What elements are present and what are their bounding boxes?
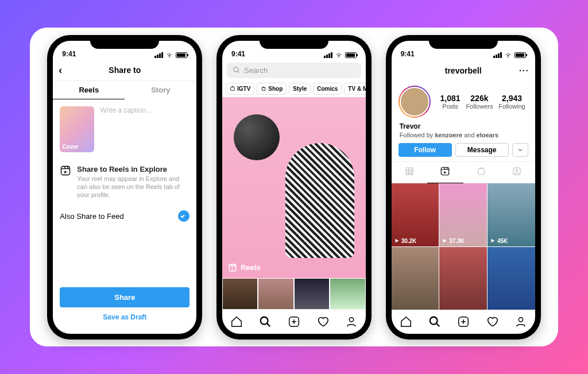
message-button[interactable]: Message bbox=[455, 143, 509, 157]
igtv-icon bbox=[230, 86, 235, 91]
grid-cell[interactable] bbox=[222, 278, 258, 310]
grid-cell[interactable] bbox=[294, 278, 330, 310]
grid-icon bbox=[404, 166, 415, 176]
status-time: 9:41 bbox=[401, 50, 415, 58]
svg-point-4 bbox=[261, 317, 268, 325]
signal-icon bbox=[154, 52, 163, 58]
svg-rect-0 bbox=[61, 166, 70, 175]
status-time: 9:41 bbox=[62, 50, 76, 58]
also-share-feed[interactable]: Also Share to Feed bbox=[53, 205, 196, 228]
profile-icon[interactable] bbox=[514, 315, 527, 328]
wifi-icon bbox=[335, 52, 343, 58]
heart-icon[interactable] bbox=[486, 315, 498, 328]
signal-icon bbox=[324, 52, 332, 58]
tab-tagged[interactable] bbox=[499, 162, 535, 183]
play-icon bbox=[490, 238, 496, 244]
grid-cell[interactable] bbox=[258, 278, 294, 310]
phone-profile: 9:41 trevorbell ··· 1,081Posts 226kFollo… bbox=[386, 35, 541, 340]
avatar[interactable] bbox=[399, 86, 431, 118]
explore-hero[interactable]: Reels bbox=[222, 97, 366, 278]
reel-cell[interactable]: 37.3K bbox=[439, 183, 487, 246]
search-icon[interactable] bbox=[259, 315, 272, 328]
share-button[interactable]: Share bbox=[60, 287, 189, 307]
search-placeholder: Search bbox=[244, 66, 268, 75]
explore-chips: IGTV Shop Style Comics TV & Movie bbox=[222, 80, 366, 97]
reels-badge: Reels bbox=[228, 263, 261, 272]
igtv-icon bbox=[476, 166, 486, 176]
followed-by: Followed by kenzoere and eloears bbox=[392, 130, 535, 143]
stat-followers[interactable]: 226kFollowers bbox=[466, 94, 493, 110]
phone-share: 9:41 ‹ Share to Reels Story Cover Write … bbox=[47, 35, 202, 340]
svg-rect-3 bbox=[229, 264, 236, 271]
svg-point-1 bbox=[234, 67, 238, 72]
phone-notch bbox=[429, 35, 498, 49]
tab-grid[interactable] bbox=[392, 162, 428, 183]
profile-name: Trevor bbox=[392, 122, 535, 130]
wifi-icon bbox=[165, 52, 173, 58]
heart-icon[interactable] bbox=[316, 315, 329, 328]
suggestions-button[interactable] bbox=[512, 143, 528, 157]
svg-point-13 bbox=[519, 318, 523, 322]
phone-notch bbox=[90, 35, 159, 49]
reel-cell[interactable]: 45K bbox=[488, 183, 535, 246]
reels-grid: 30.2K 37.3K 45K bbox=[392, 183, 535, 310]
hero-ball bbox=[234, 114, 280, 160]
stat-following[interactable]: 2,943Following bbox=[498, 94, 525, 110]
home-icon[interactable] bbox=[400, 315, 412, 328]
reel-cell[interactable] bbox=[488, 247, 535, 310]
profile-icon[interactable] bbox=[345, 315, 358, 328]
tab-reels[interactable] bbox=[427, 162, 463, 183]
share-explore-desc: Your reel may appear in Explore and can … bbox=[77, 175, 189, 199]
svg-rect-8 bbox=[478, 168, 485, 175]
phone-notch bbox=[260, 35, 328, 49]
reels-icon bbox=[440, 166, 450, 176]
hero-person bbox=[285, 143, 354, 258]
share-explore-title: Share to Reels in Explore bbox=[77, 165, 189, 173]
header-title: Share to bbox=[109, 65, 141, 75]
reel-cell[interactable] bbox=[392, 247, 439, 310]
phone-explore: 9:41 Search IGTV Shop Style Comics TV & … bbox=[216, 35, 372, 340]
tab-reels[interactable]: Reels bbox=[53, 81, 125, 99]
profile-username: trevorbell bbox=[445, 66, 482, 75]
bottom-nav bbox=[222, 310, 366, 334]
check-icon bbox=[178, 210, 189, 222]
chip-tv[interactable]: TV & Movie bbox=[344, 83, 366, 95]
share-tabs: Reels Story bbox=[53, 81, 196, 99]
signal-icon bbox=[493, 52, 502, 58]
stat-posts[interactable]: 1,081Posts bbox=[440, 94, 461, 110]
chip-shop[interactable]: Shop bbox=[257, 83, 287, 95]
also-feed-label: Also Share to Feed bbox=[60, 212, 123, 221]
grid-cell[interactable] bbox=[330, 278, 366, 310]
chip-comics[interactable]: Comics bbox=[313, 83, 342, 95]
search-input[interactable]: Search bbox=[227, 63, 361, 78]
showcase-panel: 9:41 ‹ Share to Reels Story Cover Write … bbox=[30, 28, 558, 346]
reels-explore-icon bbox=[60, 165, 71, 178]
wifi-icon bbox=[504, 52, 512, 58]
reel-cell[interactable] bbox=[439, 247, 487, 310]
battery-icon bbox=[514, 52, 526, 58]
svg-rect-7 bbox=[442, 167, 450, 175]
add-icon[interactable] bbox=[457, 315, 470, 328]
save-draft-button[interactable]: Save as Draft bbox=[60, 307, 189, 327]
chip-style[interactable]: Style bbox=[289, 83, 311, 95]
svg-point-6 bbox=[349, 318, 353, 322]
battery-icon bbox=[176, 52, 187, 58]
caption-input[interactable]: Write a caption... bbox=[100, 106, 152, 152]
tab-story[interactable]: Story bbox=[125, 81, 196, 99]
profile-tabs bbox=[392, 161, 535, 183]
tagged-icon bbox=[512, 166, 522, 176]
chevron-down-icon bbox=[517, 146, 524, 153]
home-icon[interactable] bbox=[230, 315, 243, 328]
search-icon bbox=[233, 66, 241, 74]
svg-rect-2 bbox=[231, 87, 235, 91]
chip-igtv[interactable]: IGTV bbox=[226, 83, 254, 95]
back-icon[interactable]: ‹ bbox=[59, 64, 62, 76]
search-icon[interactable] bbox=[428, 315, 441, 328]
add-icon[interactable] bbox=[288, 315, 300, 328]
cover-thumb[interactable]: Cover bbox=[60, 106, 94, 152]
more-icon[interactable]: ··· bbox=[519, 66, 529, 75]
profile-header: trevorbell ··· bbox=[392, 60, 535, 81]
reel-cell[interactable]: 30.2K bbox=[392, 183, 439, 246]
follow-button[interactable]: Follow bbox=[399, 143, 452, 157]
tab-igtv[interactable] bbox=[463, 162, 500, 183]
